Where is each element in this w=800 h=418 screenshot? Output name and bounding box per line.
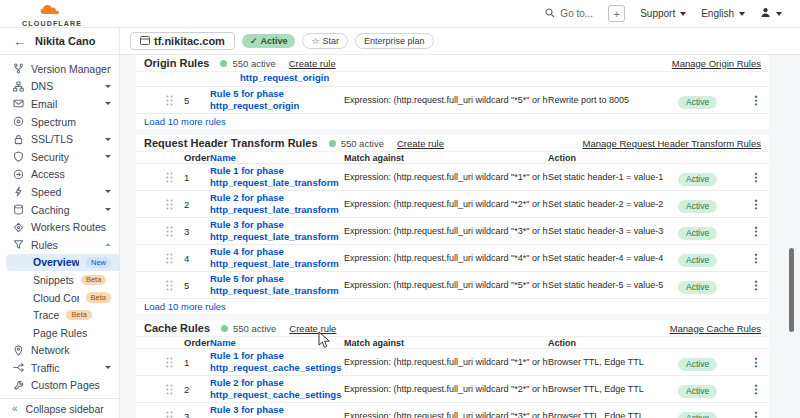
drag-handle-icon[interactable] — [166, 411, 184, 418]
rule-name-line2: http_request_late_transform — [210, 258, 336, 270]
rule-name-link[interactable]: Rule 5 for phasehttp_request_late_transf… — [210, 273, 344, 297]
sidebar-item-ssl-tls[interactable]: SSL/TLS — [0, 130, 119, 148]
rule-match-expression: Expression: (http.request.full_uri wildc… — [344, 226, 548, 236]
partial-rule-row: http_request_origin — [136, 72, 769, 87]
sidebar-item-email[interactable]: Email — [0, 95, 119, 113]
rule-name-link[interactable]: Rule 1 for phasehttp_request_cache_setti… — [210, 350, 344, 374]
drag-handle-icon[interactable] — [166, 226, 184, 237]
section-title: Request Header Transform Rules — [144, 137, 318, 149]
cloudflare-cloud-icon — [39, 3, 65, 19]
beta-badge: Beta — [66, 310, 91, 321]
sidebar-item-trace[interactable]: TraceBeta — [0, 306, 119, 324]
vertical-scrollbar[interactable] — [789, 248, 794, 332]
rule-name-link[interactable]: Rule 5 for phasehttp_request_origin — [210, 88, 344, 112]
sidebar-item-dns[interactable]: DNS — [0, 78, 119, 96]
sidebar-item-version-management[interactable]: Version Management — [0, 60, 119, 78]
zone-selector[interactable]: tf.nikitac.com — [130, 32, 235, 50]
add-site-button[interactable]: + — [608, 5, 625, 22]
create-rule-link[interactable]: Create rule — [397, 138, 444, 149]
rule-name-line2: http_request_cache_settings — [210, 362, 336, 374]
create-rule-link[interactable]: Create rule — [289, 58, 336, 69]
sidebar-item-cloud-connector[interactable]: Cloud ConnectorBeta — [0, 289, 119, 307]
chevron-down-icon — [105, 138, 111, 141]
kebab-menu-icon[interactable]: ⋮ — [743, 356, 769, 369]
kebab-menu-icon[interactable]: ⋮ — [743, 279, 769, 292]
manage-rules-link[interactable]: Manage Origin Rules — [672, 58, 761, 69]
kebab-menu-icon[interactable]: ⋮ — [743, 410, 769, 418]
load-more-rules-link[interactable]: Load 10 more rules — [136, 299, 769, 314]
rule-match-expression: Expression: (http.request.full_uri wildc… — [344, 280, 548, 290]
back-arrow-icon[interactable]: ← — [13, 35, 26, 48]
rule-name-line2: http_request_cache_settings — [210, 389, 336, 401]
sidebar-item-label: Access — [31, 168, 65, 180]
rule-name-link[interactable]: Rule 3 for phasehttp_request_late_transf… — [210, 219, 344, 243]
rule-name-link[interactable]: Rule 2 for phasehttp_request_cache_setti… — [210, 377, 344, 401]
drag-handle-icon[interactable] — [166, 95, 184, 106]
kebab-menu-icon[interactable]: ⋮ — [743, 171, 769, 184]
sidebar-item-traffic[interactable]: Traffic — [0, 359, 119, 377]
drag-handle-icon[interactable] — [166, 199, 184, 210]
rule-match-expression: Expression: (http.request.full_uri wildc… — [344, 253, 548, 263]
kebab-menu-icon[interactable]: ⋮ — [743, 225, 769, 238]
collapse-sidebar-button[interactable]: « Collapse sidebar — [0, 398, 119, 418]
sidebar-item-overview[interactable]: OverviewNew — [6, 254, 119, 272]
rule-match-expression: Expression: (http.request.full_uri wildc… — [344, 95, 548, 105]
drag-handle-icon[interactable] — [166, 384, 184, 395]
sidebar-item-spectrum[interactable]: Spectrum — [0, 113, 119, 131]
rule-name-line2: http_request_late_transform — [210, 177, 336, 189]
language-menu[interactable]: English — [701, 8, 745, 19]
drag-handle-icon[interactable] — [166, 172, 184, 183]
column-order: Order — [184, 337, 210, 348]
manage-rules-link[interactable]: Manage Cache Rules — [670, 323, 761, 334]
sidebar-item-network[interactable]: Network — [0, 342, 119, 360]
load-more-rules-link[interactable]: Load 10 more rules — [136, 114, 769, 129]
goto-search[interactable]: Go to... — [545, 8, 593, 20]
rule-action: Set static header-1 = value-1 — [548, 172, 678, 182]
active-count: 550 active — [233, 323, 276, 334]
rule-name-link[interactable]: Rule 2 for phasehttp_request_late_transf… — [210, 192, 344, 216]
chevron-up-icon — [105, 243, 111, 246]
status-badge: Active — [678, 227, 717, 240]
section-cache-rules: Cache Rules550 activeCreate ruleManage C… — [136, 320, 769, 418]
rule-row: 4Rule 4 for phasehttp_request_late_trans… — [136, 245, 769, 272]
rule-row: 3Rule 3 for phasehttp_request_late_trans… — [136, 218, 769, 245]
shield-icon — [12, 151, 24, 162]
rule-name-link[interactable]: Rule 1 for phasehttp_request_late_transf… — [210, 165, 344, 189]
create-rule-link[interactable]: Create rule — [289, 323, 336, 334]
sidebar-item-speed[interactable]: Speed — [0, 183, 119, 201]
kebab-menu-icon[interactable]: ⋮ — [743, 94, 769, 107]
rule-name-line1: Rule 1 for phase — [210, 350, 336, 362]
rule-order: 2 — [184, 384, 210, 395]
drag-handle-icon[interactable] — [166, 280, 184, 291]
wrench-icon — [12, 380, 24, 391]
sidebar-item-page-rules[interactable]: Page Rules — [0, 324, 119, 342]
kebab-menu-icon[interactable]: ⋮ — [743, 252, 769, 265]
active-count-dot — [329, 140, 336, 147]
rule-action: Browser TTL, Edge TTL — [548, 411, 678, 418]
drag-handle-icon[interactable] — [166, 357, 184, 368]
drag-handle-icon[interactable] — [166, 253, 184, 264]
manage-rules-link[interactable]: Manage Request Header Transform Rules — [583, 138, 761, 149]
rule-name-link[interactable]: Rule 3 for phasehttp_request_cache_setti… — [210, 404, 344, 418]
user-menu[interactable] — [760, 7, 782, 20]
cloudflare-logo[interactable]: CLOUDFLARE — [22, 3, 82, 27]
kebab-menu-icon[interactable]: ⋮ — [743, 383, 769, 396]
sidebar-item-custom-pages[interactable]: Custom Pages — [0, 377, 119, 395]
sidebar-item-snippets[interactable]: SnippetsBeta — [0, 271, 119, 289]
account-breadcrumb[interactable]: ← Nikita Cano — [0, 28, 120, 54]
sidebar-item-caching[interactable]: Caching — [0, 201, 119, 219]
table-column-header: OrderNameMatch againstAction — [136, 152, 769, 164]
rule-name-link[interactable]: http_request_origin — [240, 72, 329, 83]
kebab-menu-icon[interactable]: ⋮ — [743, 198, 769, 211]
support-label: Support — [640, 8, 675, 19]
support-menu[interactable]: Support — [640, 8, 686, 19]
sidebar-item-access[interactable]: Access — [0, 166, 119, 184]
sidebar-item-workers-routes[interactable]: Workers Routes — [0, 218, 119, 236]
star-button[interactable]: ☆ Star — [302, 33, 348, 49]
sidebar-item-rules[interactable]: Rules — [0, 236, 119, 254]
access-icon — [12, 169, 24, 180]
bolt-icon — [12, 186, 24, 197]
rule-name-link[interactable]: Rule 4 for phasehttp_request_late_transf… — [210, 246, 344, 270]
sidebar-item-security[interactable]: Security — [0, 148, 119, 166]
rule-status: Active — [678, 91, 728, 109]
